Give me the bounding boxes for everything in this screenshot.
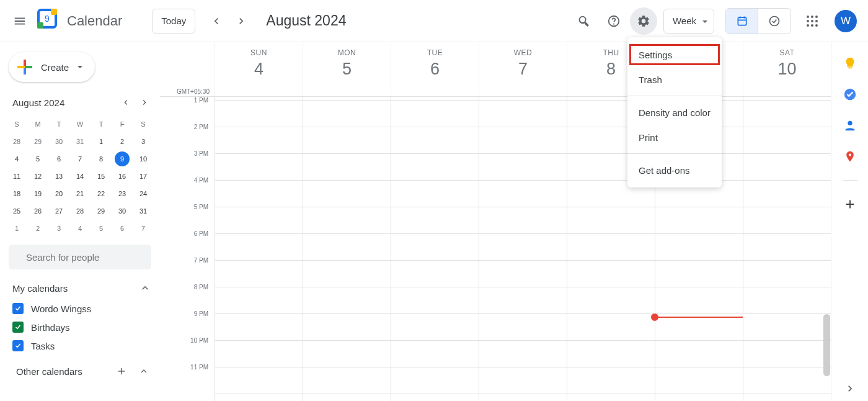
keep-icon	[843, 56, 857, 70]
mini-day[interactable]: 14	[69, 168, 91, 185]
create-button[interactable]: Create	[9, 52, 95, 82]
calendar-checkbox[interactable]	[12, 303, 24, 314]
tasks-view-toggle[interactable]	[758, 9, 790, 34]
mini-day[interactable]: 17	[133, 168, 154, 185]
menu-item-trash[interactable]: Trash	[627, 67, 722, 92]
mini-day[interactable]: 30	[48, 133, 69, 150]
search-button[interactable]	[570, 7, 598, 35]
mini-day[interactable]: 5	[91, 220, 112, 237]
support-button[interactable]	[600, 7, 627, 35]
mini-day[interactable]: 3	[48, 220, 69, 237]
calendar-item[interactable]: Wordo Wingss	[9, 299, 151, 318]
google-apps-button[interactable]	[799, 7, 826, 35]
app-logo[interactable]: 9 Calendar	[37, 9, 122, 34]
day-column[interactable]	[743, 97, 831, 401]
mini-day[interactable]: 15	[91, 168, 112, 185]
other-calendars-collapse[interactable]	[134, 361, 154, 381]
mini-day[interactable]: 22	[91, 185, 112, 202]
mini-day[interactable]: 2	[112, 133, 133, 150]
mini-day[interactable]: 29	[27, 133, 48, 150]
mini-prev-month[interactable]	[117, 93, 135, 112]
maps-button[interactable]	[838, 144, 862, 169]
mini-day[interactable]: 26	[27, 202, 48, 220]
menu-item-settings[interactable]: Settings	[627, 42, 722, 67]
mini-day[interactable]: 5	[27, 150, 48, 168]
main-menu-button[interactable]	[5, 6, 35, 36]
mini-day[interactable]: 23	[112, 185, 133, 202]
calendar-item[interactable]: Birthdays	[9, 318, 151, 336]
day-number[interactable]: 6	[430, 60, 440, 79]
time-label: 7 PM	[160, 257, 215, 284]
mini-day[interactable]: 6	[48, 150, 69, 168]
mini-day[interactable]: 7	[133, 220, 154, 237]
calendar-checkbox[interactable]	[12, 340, 24, 351]
my-calendars-header[interactable]: My calendars	[9, 277, 151, 299]
mini-day[interactable]: 30	[112, 202, 133, 220]
mini-day[interactable]: 8	[91, 150, 112, 168]
day-column[interactable]	[303, 97, 391, 401]
day-column[interactable]	[215, 97, 303, 401]
mini-day[interactable]: 18	[6, 185, 27, 202]
day-number[interactable]: 10	[777, 60, 796, 79]
scrollbar-thumb[interactable]	[823, 314, 830, 376]
day-number[interactable]: 8	[606, 60, 616, 79]
menu-item-density-and-color[interactable]: Density and color	[627, 100, 722, 125]
mini-day[interactable]: 20	[48, 185, 69, 202]
mini-day[interactable]: 1	[6, 220, 27, 237]
menu-item-get-add-ons[interactable]: Get add-ons	[627, 158, 722, 182]
menu-item-print[interactable]: Print	[627, 125, 722, 150]
calendar-item[interactable]: Tasks	[9, 336, 151, 355]
mini-day[interactable]: 31	[69, 133, 91, 150]
grid-columns[interactable]	[215, 97, 831, 401]
today-button[interactable]: Today	[152, 9, 195, 34]
account-avatar[interactable]: W	[835, 10, 857, 32]
scrollbar[interactable]	[823, 97, 831, 399]
mini-day[interactable]: 6	[112, 220, 133, 237]
mini-day[interactable]: 28	[69, 202, 91, 220]
mini-day[interactable]: 11	[6, 168, 27, 185]
mini-day[interactable]: 12	[27, 168, 48, 185]
day-column[interactable]	[479, 97, 567, 401]
search-people[interactable]	[9, 245, 151, 269]
mini-day[interactable]: 4	[6, 150, 27, 168]
calendar-view-toggle[interactable]	[726, 9, 758, 34]
calendar-checkbox[interactable]	[12, 322, 24, 333]
mini-day[interactable]: 2	[27, 220, 48, 237]
prev-period-button[interactable]	[204, 9, 229, 34]
mini-day[interactable]: 31	[133, 202, 154, 220]
mini-day[interactable]: 28	[6, 133, 27, 150]
day-number[interactable]: 5	[342, 60, 352, 79]
mini-next-month[interactable]	[135, 93, 154, 112]
mini-day[interactable]: 7	[69, 150, 91, 168]
hide-side-panel[interactable]	[838, 376, 862, 401]
mini-day[interactable]: 4	[69, 220, 91, 237]
month-nav	[204, 9, 254, 34]
mini-calendar[interactable]: SMTWTFS282930311234567891011121314151617…	[6, 115, 154, 237]
tasks-button[interactable]	[838, 82, 862, 107]
get-addons-button[interactable]	[838, 192, 862, 217]
other-calendars-header[interactable]: Other calendars	[6, 361, 154, 381]
mini-day[interactable]: 9	[112, 150, 133, 168]
next-period-button[interactable]	[229, 9, 254, 34]
mini-day[interactable]: 3	[133, 133, 154, 150]
mini-day[interactable]: 1	[91, 133, 112, 150]
mini-day[interactable]: 24	[133, 185, 154, 202]
mini-day[interactable]: 21	[69, 185, 91, 202]
day-column[interactable]	[391, 97, 479, 401]
day-of-week: WED	[514, 48, 533, 57]
contacts-button[interactable]	[838, 113, 862, 138]
search-people-input[interactable]	[26, 252, 144, 263]
mini-day[interactable]: 16	[112, 168, 133, 185]
mini-day[interactable]: 27	[48, 202, 69, 220]
settings-button[interactable]	[630, 7, 657, 35]
day-number[interactable]: 4	[254, 60, 264, 79]
keep-button[interactable]	[838, 51, 862, 76]
add-other-calendar[interactable]	[112, 361, 131, 381]
mini-day[interactable]: 19	[27, 185, 48, 202]
view-selector[interactable]: Week	[663, 9, 714, 34]
mini-day[interactable]: 25	[6, 202, 27, 220]
mini-day[interactable]: 29	[91, 202, 112, 220]
mini-day[interactable]: 13	[48, 168, 69, 185]
mini-day[interactable]: 10	[133, 150, 154, 168]
day-number[interactable]: 7	[518, 60, 528, 79]
